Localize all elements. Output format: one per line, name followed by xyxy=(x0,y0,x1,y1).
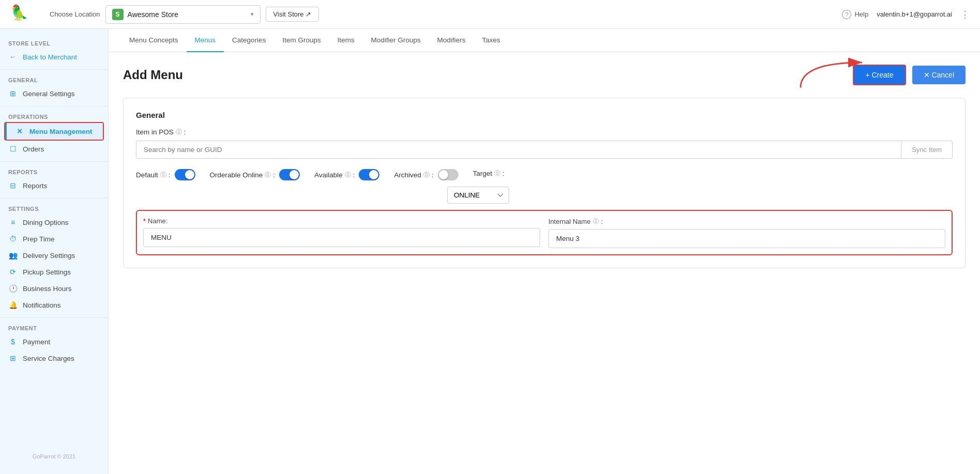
header-right: ? Help valentin.b+1@goparrot.ai ⋮ xyxy=(842,9,970,20)
payment-icon: $ xyxy=(8,338,18,346)
header-actions: + Create ✕ Cancel xyxy=(853,65,966,85)
toggle-default-label: Default ⓪ : xyxy=(136,171,171,179)
page-content: Add Menu + Create ✕ Cancel xyxy=(109,52,980,474)
sidebar-back-label: Back to Merchant xyxy=(23,53,77,61)
store-icon: S xyxy=(112,9,124,20)
top-header: 🦜 Choose Location S Awesome Store ▾ Visi… xyxy=(0,0,980,29)
toggle-available[interactable] xyxy=(359,169,379,180)
toggle-group-available: Available ⓪ : xyxy=(314,169,379,180)
pos-label: Item in POS xyxy=(136,128,174,136)
target-help-icon[interactable]: ⓪ xyxy=(494,169,500,178)
service-charges-icon: ⊞ xyxy=(8,354,18,362)
sidebar-item-pickup-settings[interactable]: ⟳ Pickup Settings xyxy=(0,264,108,280)
sidebar-business-hours-label: Business Hours xyxy=(23,285,72,293)
toggles-section: Default ⓪ : Orderable Online xyxy=(136,169,953,204)
orders-icon: ☐ xyxy=(8,145,18,153)
pos-help-icon[interactable]: ⓪ xyxy=(176,128,182,136)
page-header: Add Menu + Create ✕ Cancel xyxy=(123,65,966,85)
sidebar-item-back[interactable]: ← Back to Merchant xyxy=(0,49,108,65)
sidebar-item-notifications[interactable]: 🔔 Notifications xyxy=(0,297,108,313)
toggle-orderable-label: Orderable Online ⓪ : xyxy=(210,171,275,179)
tab-items[interactable]: Items xyxy=(329,29,363,52)
sidebar-item-business-hours[interactable]: 🕐 Business Hours xyxy=(0,280,108,297)
tab-item-groups[interactable]: Item Groups xyxy=(274,29,329,52)
sidebar-item-menu-management[interactable]: ✕ Menu Management xyxy=(5,123,103,140)
toggle-group-target: Target ⓪ : xyxy=(473,169,504,178)
help-button[interactable]: ? Help xyxy=(842,10,868,19)
tab-menus[interactable]: Menus xyxy=(187,29,224,52)
toggle-default[interactable] xyxy=(175,169,195,180)
prep-time-icon: ⏱ xyxy=(8,235,18,243)
store-level-label: Store Level xyxy=(0,37,108,49)
sidebar-menu-management-label: Menu Management xyxy=(29,128,93,135)
required-star: * xyxy=(143,217,146,225)
sidebar-item-service-charges[interactable]: ⊞ Service Charges xyxy=(0,350,108,366)
sidebar-footer: GoParrot © 2021 xyxy=(0,447,108,466)
search-row: Sync Item xyxy=(136,141,953,159)
content-area: Menu Concepts Menus Categories Item Grou… xyxy=(109,29,980,474)
dining-options-icon: ≡ xyxy=(8,218,18,226)
toggle-archived-label: Archived ⓪ : xyxy=(394,171,433,179)
delivery-settings-icon: 👥 xyxy=(8,251,18,259)
sidebar-divider-1 xyxy=(0,69,108,70)
general-section-label: General xyxy=(0,74,108,85)
sidebar-item-prep-time[interactable]: ⏱ Prep Time xyxy=(0,231,108,247)
operations-section-label: Operations xyxy=(0,111,108,122)
sidebar-service-charges-label: Service Charges xyxy=(23,355,74,362)
location-dropdown[interactable]: S Awesome Store ▾ xyxy=(105,5,261,24)
default-help-icon[interactable]: ⓪ xyxy=(160,171,166,179)
cancel-button[interactable]: ✕ Cancel xyxy=(912,66,966,84)
toggle-archived[interactable] xyxy=(438,169,458,180)
sidebar-item-dining-options[interactable]: ≡ Dining Options xyxy=(0,214,108,231)
sidebar-reports-label: Reports xyxy=(23,182,47,190)
sidebar-notifications-label: Notifications xyxy=(23,301,61,309)
tab-taxes[interactable]: Taxes xyxy=(474,29,509,52)
internal-name-label-text: Internal Name xyxy=(548,218,591,225)
toggle-orderable-online[interactable] xyxy=(279,169,300,180)
tab-modifiers[interactable]: Modifiers xyxy=(429,29,474,52)
sidebar-divider-4 xyxy=(0,198,108,198)
form-card: General Item in POS ⓪ : Sync Item xyxy=(123,98,966,268)
general-settings-icon: ⊞ xyxy=(8,89,18,98)
tab-categories[interactable]: Categories xyxy=(224,29,274,52)
pos-search-input[interactable] xyxy=(136,141,901,159)
sidebar-item-reports[interactable]: ⊟ Reports xyxy=(0,177,108,194)
sidebar-payment-label: Payment xyxy=(23,338,50,346)
pos-colon: : xyxy=(184,128,186,136)
sidebar-divider-2 xyxy=(0,106,108,106)
main-layout: Store Level ← Back to Merchant General ⊞… xyxy=(0,29,980,474)
business-hours-icon: 🕐 xyxy=(8,284,18,293)
sidebar-divider-3 xyxy=(0,161,108,162)
logo: 🦜 xyxy=(10,4,31,25)
tab-menu-concepts[interactable]: Menu Concepts xyxy=(121,29,187,52)
sync-item-button[interactable]: Sync Item xyxy=(901,141,953,159)
sidebar-item-general-settings[interactable]: ⊞ General Settings xyxy=(0,85,108,102)
internal-name-input[interactable] xyxy=(548,229,945,248)
name-input[interactable] xyxy=(143,228,540,247)
sidebar-orders-label: Orders xyxy=(23,145,44,153)
internal-name-field-group: Internal Name ⓪ : xyxy=(548,217,945,248)
sidebar-item-delivery-settings[interactable]: 👥 Delivery Settings xyxy=(0,247,108,264)
available-help-icon[interactable]: ⓪ xyxy=(345,171,351,179)
menu-management-icon: ✕ xyxy=(15,127,24,135)
logo-icon: 🦜 xyxy=(10,5,28,21)
orderable-help-icon[interactable]: ⓪ xyxy=(265,171,271,179)
arrow-indicator xyxy=(792,57,865,90)
sidebar-general-settings-label: General Settings xyxy=(23,90,75,98)
sidebar-dining-label: Dining Options xyxy=(23,219,69,226)
target-dropdown[interactable]: ONLINE IN-STORE ALL xyxy=(447,187,509,204)
settings-section-label: Settings xyxy=(0,203,108,214)
tab-modifier-groups[interactable]: Modifier Groups xyxy=(363,29,429,52)
internal-name-help-icon[interactable]: ⓪ xyxy=(593,217,599,226)
sidebar-item-orders[interactable]: ☐ Orders xyxy=(0,141,108,157)
store-name: Awesome Store xyxy=(128,10,179,19)
more-options-icon[interactable]: ⋮ xyxy=(960,9,970,20)
choose-location-label: Choose Location xyxy=(50,10,100,18)
name-field-group: * Name: xyxy=(143,217,540,247)
sidebar-item-payment[interactable]: $ Payment xyxy=(0,333,108,350)
visit-store-button[interactable]: Visit Store ↗ xyxy=(266,7,319,22)
internal-name-colon: : xyxy=(601,218,603,225)
archived-help-icon[interactable]: ⓪ xyxy=(423,171,430,179)
name-field-highlighted: * Name: Internal Name ⓪ : xyxy=(136,210,953,255)
name-label-text: Name: xyxy=(148,217,167,225)
